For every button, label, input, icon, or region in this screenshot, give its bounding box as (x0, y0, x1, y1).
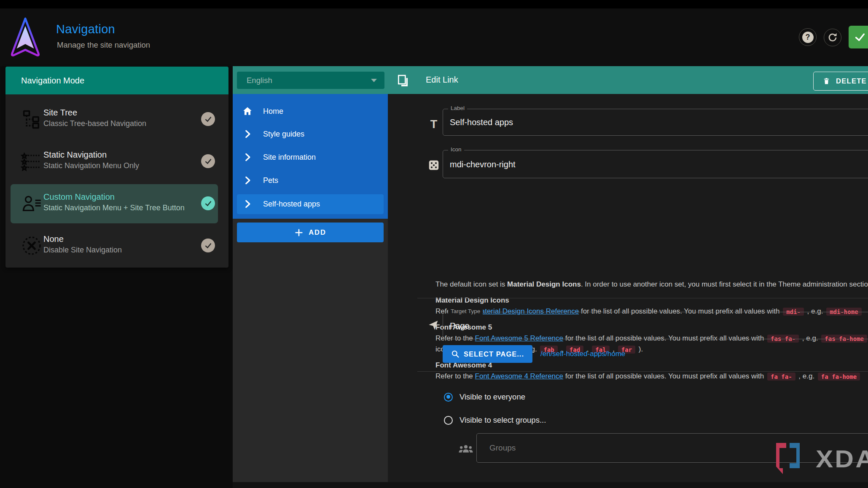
trash-icon (823, 77, 830, 86)
delete-button[interactable]: DELETE (813, 72, 868, 91)
bottom-strip (233, 482, 868, 488)
language-select-value: English (247, 76, 272, 85)
help-circle-icon: ? (802, 32, 814, 43)
tree-item-self-hosted-apps[interactable]: Self-hosted apps (233, 195, 388, 213)
mdi-heading: Material Design Icons (435, 295, 868, 306)
radio-label: Visible to select groups... (460, 416, 546, 425)
text-segment: ). (637, 345, 643, 353)
radio-visible-to-everyone[interactable]: Visible to everyone (444, 390, 525, 404)
tree-item-label: Self-hosted apps (263, 200, 320, 209)
xda-logo-icon (769, 440, 812, 478)
page-title: Navigation (56, 22, 115, 36)
apply-button[interactable] (849, 26, 868, 48)
groups-field-placeholder: Groups (489, 443, 516, 453)
label-field-label: Label (448, 105, 467, 111)
refresh-button[interactable] (824, 29, 841, 46)
navigation-mode-list: Site Tree Classic Tree-based Navigation (5, 94, 228, 268)
radio-on-icon (444, 393, 453, 402)
check-circle-icon (201, 112, 215, 126)
code-chip: fa fa- (767, 373, 795, 381)
mode-item-title: None (43, 234, 122, 244)
navigation-admin-screen: Navigation Manage the site navigation ? … (0, 0, 868, 488)
navigation-arrow-icon (427, 318, 441, 332)
chevron-right-icon (242, 175, 253, 186)
add-link-button[interactable]: ADD (237, 223, 384, 242)
check-circle-icon (201, 196, 215, 210)
check-circle-icon (201, 154, 215, 168)
chevron-down-icon (371, 79, 377, 82)
tree-item-label: Pets (263, 176, 278, 185)
selected-page-path[interactable]: /en/self-hosted-apps/home (540, 345, 625, 363)
plus-icon (294, 228, 304, 237)
mode-item-subtitle: Static Navigation Menu Only (43, 161, 139, 170)
xda-watermark-text: XDA (816, 445, 868, 472)
help-button[interactable]: ? (799, 28, 817, 46)
chevron-right-icon (242, 129, 253, 139)
icon-field-value: mdi-chevron-right (450, 159, 516, 169)
tree-item-site-information[interactable]: Site information (233, 148, 388, 166)
tree-item-home[interactable]: Home (233, 102, 388, 121)
code-chip: fa fa-home (818, 373, 860, 381)
mode-item-title: Site Tree (43, 108, 146, 118)
text-segment: Refer to the (435, 372, 475, 380)
mode-item-title: Custom Navigation (43, 192, 185, 202)
refresh-icon (828, 32, 838, 43)
target-type-field-label: Target Type (448, 308, 483, 314)
xda-watermark: XDA (769, 440, 868, 478)
target-type-field[interactable]: Target Type Page (443, 312, 868, 339)
label-field[interactable]: Label Self-hosted apps (443, 109, 868, 136)
icon-field[interactable]: Icon mdi-chevron-right (443, 150, 868, 178)
chevron-right-icon (242, 198, 253, 209)
mode-item-subtitle: Static Navigation Menu + Site Tree Butto… (43, 204, 185, 212)
mode-item-subtitle: Disable Site Navigation (43, 246, 122, 255)
dice-icon (427, 158, 441, 172)
check-icon (854, 31, 866, 43)
search-icon (451, 350, 460, 358)
tree-item-label: Home (263, 107, 283, 116)
language-select[interactable]: English (237, 72, 384, 89)
edit-link-panel: T Label Self-hosted apps Icon mdi-chevro… (388, 94, 868, 488)
text-segment: . In order to use another icon set, you … (581, 280, 868, 288)
fa4-help-line: Refer to the Font Awesome 4 Reference fo… (435, 371, 868, 382)
content-duplicate-icon (396, 74, 410, 87)
mode-item-none[interactable]: None Disable Site Navigation (5, 232, 228, 259)
site-tree-icon (21, 108, 43, 130)
text-segment: for the list of all possible values. You… (563, 372, 766, 380)
icon-field-label: Icon (448, 146, 464, 153)
mode-item-subtitle: Classic Tree-based Navigation (43, 119, 146, 128)
select-page-button-label: SELECT PAGE... (464, 350, 524, 358)
radio-label: Visible to everyone (460, 392, 525, 402)
app-header: Navigation Manage the site navigation ? (0, 8, 868, 66)
radio-off-icon (444, 416, 453, 425)
help-intro: The default icon set is Material Design … (435, 279, 868, 290)
divider (417, 371, 868, 372)
label-field-value: Self-hosted apps (450, 118, 513, 127)
divider (417, 298, 868, 298)
reference-link[interactable]: Font Awesome 4 Reference (475, 372, 563, 380)
navigation-mode-panel: Navigation Mode Site Tree Classic Tree-b… (5, 67, 228, 268)
tree-item-pets[interactable]: Pets (233, 171, 388, 190)
top-strip (0, 0, 868, 8)
home-icon (242, 106, 253, 117)
text-segment: , e.g. (797, 372, 817, 380)
add-button-label: ADD (309, 228, 326, 236)
list-stars-icon (21, 150, 43, 172)
delete-button-label: DELETE (836, 77, 867, 85)
navigation-mode-header: Navigation Mode (5, 67, 228, 94)
account-menu-icon (21, 193, 43, 215)
mode-item-custom-navigation[interactable]: Custom Navigation Static Navigation Menu… (5, 190, 228, 217)
navigation-logo-icon (9, 16, 42, 59)
target-type-field-value: Page (450, 321, 470, 330)
radio-visible-to-select-groups[interactable]: Visible to select groups... (444, 413, 546, 427)
check-circle-icon (201, 239, 215, 252)
select-page-button[interactable]: SELECT PAGE... (443, 345, 532, 363)
mode-item-site-tree[interactable]: Site Tree Classic Tree-based Navigation (5, 106, 228, 133)
tree-item-style-guides[interactable]: Style guides (233, 125, 388, 143)
account-group-icon (458, 443, 474, 456)
copy-locale-button[interactable] (396, 74, 410, 87)
nav-tree-column: Home Style guides Site information Pets (233, 94, 388, 488)
mode-item-static-navigation[interactable]: Static Navigation Static Navigation Menu… (5, 148, 228, 175)
tree-item-label: Style guides (263, 130, 304, 139)
edit-toolbar: English Edit Link DELETE (233, 66, 868, 94)
navigation-mode-title: Navigation Mode (21, 76, 84, 86)
